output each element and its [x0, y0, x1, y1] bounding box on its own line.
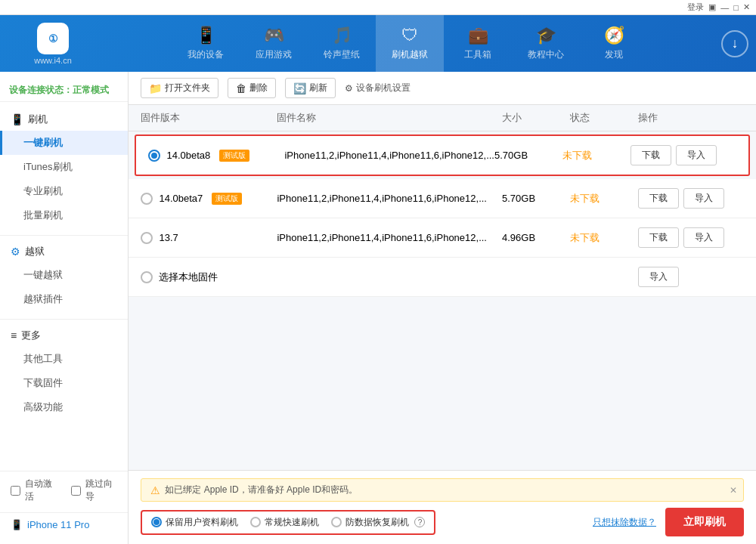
auto-activate-checkbox[interactable] — [11, 486, 20, 496]
recovery-flash-radio[interactable] — [331, 517, 342, 527]
row3-import-btn[interactable]: 导入 — [683, 227, 724, 248]
sidebar-divider-2 — [0, 319, 128, 320]
quick-flash-radio[interactable] — [250, 517, 261, 527]
firmware-table: 固件版本 固件名称 大小 状态 操作 14.0beta8 测试版 iPhone1… — [129, 105, 756, 470]
header: ① www.i4.cn 📱 我的设备 🎮 应用游戏 🎵 铃声壁纸 🛡 刷机越狱 — [0, 15, 756, 72]
row1-radio[interactable] — [148, 150, 160, 162]
nav-my-device[interactable]: 📱 我的设备 — [172, 15, 240, 72]
sidebar-divider-1 — [0, 235, 128, 236]
compass-icon: 🧭 — [604, 26, 624, 45]
row2-size: 5.70GB — [502, 193, 570, 204]
flash-option-quick[interactable]: 常规快速刷机 — [250, 516, 319, 529]
device-phone-icon: 📱 — [11, 519, 23, 530]
logo-area: ① www.i4.cn — [8, 23, 98, 65]
close-icon[interactable]: ✕ — [743, 2, 750, 12]
sidebar-item-one-click-jailbreak[interactable]: 一键越狱 — [0, 263, 128, 287]
notice-text: 如已绑定 Apple ID，请准备好 Apple ID和密码。 — [165, 484, 358, 496]
nav-apps-games-label: 应用游戏 — [256, 48, 292, 61]
nav-my-device-label: 我的设备 — [187, 48, 224, 61]
maximize-icon[interactable]: □ — [733, 3, 739, 12]
col-version: 固件版本 — [141, 111, 277, 125]
more-icon: ≡ — [11, 329, 17, 342]
nav-flash-jailbreak[interactable]: 🛡 刷机越狱 — [376, 15, 444, 72]
recovery-help-icon[interactable]: ? — [414, 517, 425, 527]
row2-version: 14.0beta7 测试版 — [141, 193, 277, 205]
row4-version: 选择本地固件 — [141, 270, 277, 284]
skip-guide-label: 跳过向导 — [85, 478, 117, 503]
skip-guide-checkbox[interactable] — [71, 486, 81, 496]
row3-radio[interactable] — [141, 232, 153, 244]
sidebar-item-advanced[interactable]: 高级功能 — [0, 395, 128, 419]
row1-name: iPhone11,2,iPhone11,4,iPhone11,6,iPhone1… — [284, 150, 494, 161]
sidebar-item-itunes-flash[interactable]: iTunes刷机 — [0, 155, 128, 179]
sidebar-flash-header[interactable]: 📱 刷机 — [0, 108, 128, 131]
sidebar-item-other-tools[interactable]: 其他工具 — [0, 347, 128, 371]
flash-option-keep-data[interactable]: 保留用户资料刷机 — [151, 516, 238, 529]
table-row[interactable]: 选择本地固件 导入 — [129, 258, 756, 297]
grid-icon[interactable]: ▣ — [708, 2, 716, 12]
keep-data-label: 保留用户资料刷机 — [166, 516, 238, 529]
flash-section-icon: 📱 — [11, 113, 23, 125]
row2-download-btn[interactable]: 下载 — [638, 188, 679, 209]
row4-radio[interactable] — [141, 271, 153, 283]
nav-tools[interactable]: 💼 工具箱 — [444, 15, 512, 72]
row2-import-btn[interactable]: 导入 — [683, 188, 724, 209]
sidebar-item-pro-flash[interactable]: 专业刷机 — [0, 179, 128, 203]
row4-import-btn[interactable]: 导入 — [638, 267, 679, 287]
auto-activate-checkbox-row[interactable]: 自动激活 跳过向导 — [11, 478, 117, 503]
row1-version-text: 14.0beta8 — [166, 150, 210, 161]
row2-radio[interactable] — [141, 193, 153, 205]
table-row[interactable]: 14.0beta8 测试版 iPhone11,2,iPhone11,4,iPho… — [135, 134, 750, 176]
device-flash-settings-label: 设备刷机设置 — [356, 82, 411, 94]
row2-name: iPhone11,2,iPhone11,4,iPhone11,6,iPhone1… — [277, 193, 502, 204]
sidebar-item-one-click-flash[interactable]: 一键刷机 — [0, 131, 128, 155]
sidebar-item-batch-flash[interactable]: 批量刷机 — [0, 203, 128, 227]
nav-discover-label: 发现 — [605, 48, 623, 61]
download-circle[interactable]: ↓ — [721, 30, 748, 57]
flash-bottom-row: 保留用户资料刷机 常规快速刷机 防数据恢复刷机 ? 只想抹 — [141, 508, 744, 536]
sidebar-section-flash: 📱 刷机 一键刷机 iTunes刷机 专业刷机 批量刷机 — [0, 108, 128, 227]
login-link[interactable]: 登录 — [687, 2, 704, 13]
open-folder-button[interactable]: 📁 打开文件夹 — [141, 78, 218, 98]
notice-close-btn[interactable]: ✕ — [730, 485, 737, 496]
nav-discover[interactable]: 🧭 发现 — [580, 15, 648, 72]
delete-button[interactable]: 🗑 删除 — [228, 78, 276, 98]
row3-download-btn[interactable]: 下载 — [638, 227, 679, 248]
sidebar-item-download-firmware[interactable]: 下载固件 — [0, 371, 128, 395]
nav-ringtones[interactable]: 🎵 铃声壁纸 — [308, 15, 376, 72]
nav-apps-games[interactable]: 🎮 应用游戏 — [240, 15, 308, 72]
flash-option-recovery[interactable]: 防数据恢复刷机 ? — [331, 516, 425, 529]
sidebar-item-jailbreak-plugins[interactable]: 越狱插件 — [0, 287, 128, 311]
sidebar-more-header[interactable]: ≡ 更多 — [0, 324, 128, 347]
row3-version: 13.7 — [141, 232, 277, 244]
toolbox-icon: 💼 — [468, 26, 488, 45]
nav-tools-label: 工具箱 — [464, 48, 491, 61]
col-name: 固件名称 — [277, 111, 502, 125]
sidebar-section-more: ≡ 更多 其他工具 下载固件 高级功能 — [0, 324, 128, 419]
delete-data-link[interactable]: 只想抹除数据？ — [593, 516, 656, 529]
logo-text: www.i4.cn — [34, 56, 72, 65]
notice-warning-icon: ⚠ — [150, 484, 160, 496]
row1-download-btn[interactable]: 下载 — [631, 145, 671, 165]
sidebar-bottom: 自动激活 跳过向导 — [0, 471, 128, 512]
flash-now-button[interactable]: 立即刷机 — [665, 508, 744, 536]
phone-icon: 📱 — [196, 26, 216, 45]
row2-status: 未下载 — [570, 192, 638, 206]
header-right: ↓ — [721, 30, 748, 57]
row3-version-text: 13.7 — [159, 232, 178, 243]
row1-import-btn[interactable]: 导入 — [676, 145, 717, 165]
sidebar-jailbreak-header[interactable]: ⚙ 越狱 — [0, 240, 128, 263]
table-row[interactable]: 13.7 iPhone11,2,iPhone11,4,iPhone11,6,iP… — [129, 218, 756, 258]
title-bar: 登录 ▣ — □ ✕ — [0, 0, 756, 15]
minimize-icon[interactable]: — — [720, 3, 729, 12]
row1-version: 14.0beta8 测试版 — [148, 150, 284, 162]
keep-data-radio[interactable] — [151, 517, 162, 527]
table-row[interactable]: 14.0beta7 测试版 iPhone11,2,iPhone11,4,iPho… — [129, 179, 756, 218]
title-bar-actions: 登录 ▣ — □ ✕ — [687, 2, 750, 13]
row4-version-text: 选择本地固件 — [159, 270, 218, 284]
nav-tutorials[interactable]: 🎓 教程中心 — [512, 15, 580, 72]
music-icon: 🎵 — [332, 26, 352, 45]
nav-ringtones-label: 铃声壁纸 — [324, 48, 360, 61]
device-flash-settings[interactable]: ⚙ 设备刷机设置 — [345, 82, 411, 94]
refresh-button[interactable]: 🔄 刷新 — [285, 78, 336, 98]
